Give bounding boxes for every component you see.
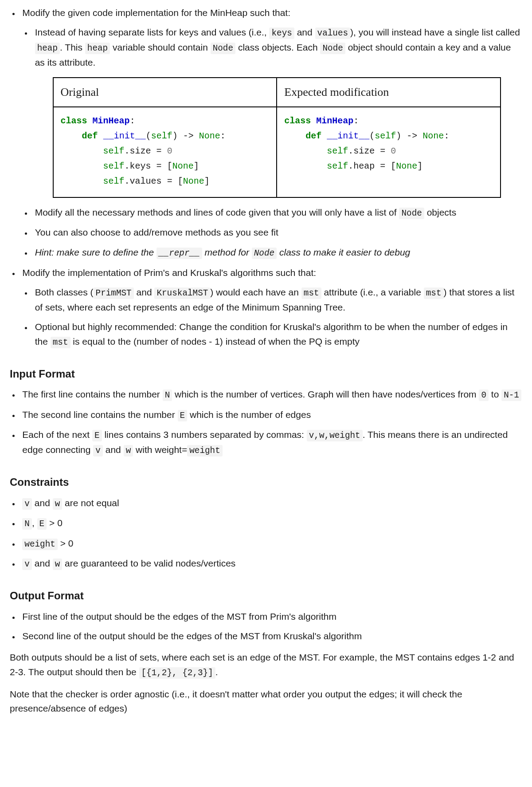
inline-code: weight [22, 539, 58, 550]
inline-code: N-1 [501, 390, 521, 401]
inline-code: v,w,weight [307, 430, 363, 441]
inline-code: v [93, 445, 103, 456]
text: objects [424, 207, 456, 217]
inline-code: E [178, 410, 188, 421]
text: Modify the given code implementation for… [22, 8, 290, 18]
text: with weight= [133, 445, 187, 455]
paragraph: Both outputs should be a list of sets, w… [10, 650, 522, 680]
text: > 0 [58, 538, 74, 548]
inline-code: [{1,2}, {2,3}] [139, 667, 215, 679]
text: Both outputs should be a list of sets, w… [10, 652, 514, 677]
text: Modify the implementation of Prim's and … [22, 268, 316, 278]
list-item: weight > 0 [20, 536, 522, 551]
list-item: Both classes (PrimMST and KruskalMST) wo… [32, 285, 522, 315]
text: lines contains 3 numbers separated by co… [102, 429, 307, 440]
text: attribute (i.e., a variable [321, 287, 424, 297]
inline-code: v [22, 559, 32, 570]
inline-code: Node [399, 208, 424, 219]
inline-code: __repr__ [156, 248, 202, 259]
inline-code: v [22, 498, 32, 510]
inline-code: mst [51, 337, 70, 348]
inline-code: Node [320, 43, 345, 54]
code-cell-original: class MinHeap: def __init__(self) -> Non… [53, 107, 277, 197]
text: Each of the next [22, 429, 92, 440]
list-item: N, E > 0 [20, 516, 522, 531]
list-item: Instead of having separate lists for key… [32, 25, 522, 198]
code-comparison-table: Original Expected modification class Min… [53, 77, 501, 198]
list-item: v and w are guaranteed to be valid nodes… [20, 556, 522, 571]
text: Instead of having separate lists for key… [35, 27, 270, 37]
list-item: Second line of the output should be the … [20, 629, 522, 644]
inline-code: weight [187, 445, 223, 456]
inline-code: Node [211, 43, 235, 54]
list-item: v and w are not equal [20, 496, 522, 511]
inline-code: Node [252, 248, 277, 259]
text: , [32, 518, 37, 528]
text: Modify all the necessary methods and lin… [35, 207, 399, 217]
list-item: The second line contains the number E wh… [20, 408, 522, 423]
inline-code: mst [301, 287, 321, 299]
inline-code: N [163, 390, 172, 401]
text: which is the number of vertices. Graph w… [172, 389, 479, 399]
text: are guaranteed to be valid nodes/vertice… [62, 558, 235, 568]
list-item: Modify the implementation of Prim's and … [20, 266, 522, 350]
text: . [215, 667, 218, 677]
text: You can also choose to add/remove method… [35, 227, 278, 237]
text: variable should contain [110, 42, 210, 52]
heading-input-format: Input Format [10, 366, 522, 382]
inline-code: w [124, 445, 133, 456]
nested-list: Both classes (PrimMST and KruskalMST) wo… [22, 285, 522, 349]
code-block: class MinHeap: def __init__(self) -> Non… [61, 114, 270, 189]
heading-output-format: Output Format [10, 587, 522, 604]
inline-code: heap [85, 43, 110, 54]
inline-code: w [53, 498, 63, 510]
text: The first line contains the number [22, 389, 162, 399]
text: The second line contains the number [22, 409, 177, 420]
text: ) would each have an [210, 287, 301, 297]
text: Hint: make sure to define the [35, 247, 156, 257]
constraints-list: v and w are not equal N, E > 0 weight > … [10, 496, 522, 571]
code-cell-expected: class MinHeap: def __init__(self) -> Non… [277, 107, 501, 197]
text: ), you will instead have a single list c… [350, 27, 520, 37]
paragraph: Note that the checker is order agnostic … [10, 687, 522, 716]
code-block: class MinHeap: def __init__(self) -> Non… [284, 114, 493, 174]
text: and [103, 445, 124, 455]
nested-list: Instead of having separate lists for key… [22, 25, 522, 260]
text: class objects. Each [235, 42, 320, 52]
list-item: First line of the output should be the e… [20, 610, 522, 624]
heading-constraints: Constraints [10, 474, 522, 490]
list-item: The first line contains the number N whi… [20, 387, 522, 402]
text: and [32, 498, 53, 508]
input-format-list: The first line contains the number N whi… [10, 387, 522, 458]
list-item: Each of the next E lines contains 3 numb… [20, 428, 522, 458]
inline-code: N [22, 518, 32, 530]
inline-code: mst [424, 287, 444, 299]
text: which is the number of edges [187, 409, 311, 420]
text: and [134, 287, 155, 297]
text: method for [202, 247, 252, 257]
inline-code: E [37, 518, 47, 530]
list-item: Modify all the necessary methods and lin… [32, 205, 522, 220]
text: and [294, 27, 315, 37]
inline-code: heap [35, 43, 60, 54]
inline-code: KruskalMST [154, 287, 210, 299]
text: class to make it easier to debug [277, 247, 410, 257]
output-format-list: First line of the output should be the e… [10, 610, 522, 644]
list-item: Modify the given code implementation for… [20, 6, 522, 260]
list-item: You can also choose to add/remove method… [32, 225, 522, 240]
list-item: Hint: make sure to define the __repr__ m… [32, 245, 522, 260]
list-item: Optional but highly recommended: Change … [32, 320, 522, 349]
text: is equal to the (number of nodes - 1) in… [70, 336, 360, 346]
text: > 0 [47, 518, 63, 528]
text: Both classes ( [35, 287, 94, 297]
text: . This [60, 42, 85, 52]
inline-code: E [92, 430, 102, 441]
table-header-original: Original [53, 78, 277, 107]
text: and [32, 558, 53, 568]
inline-code: values [315, 28, 351, 39]
text: are not equal [62, 498, 119, 508]
text: to [489, 389, 501, 399]
inline-code: w [53, 559, 63, 570]
top-level-list: Modify the given code implementation for… [10, 6, 522, 350]
inline-code: 0 [479, 390, 489, 401]
